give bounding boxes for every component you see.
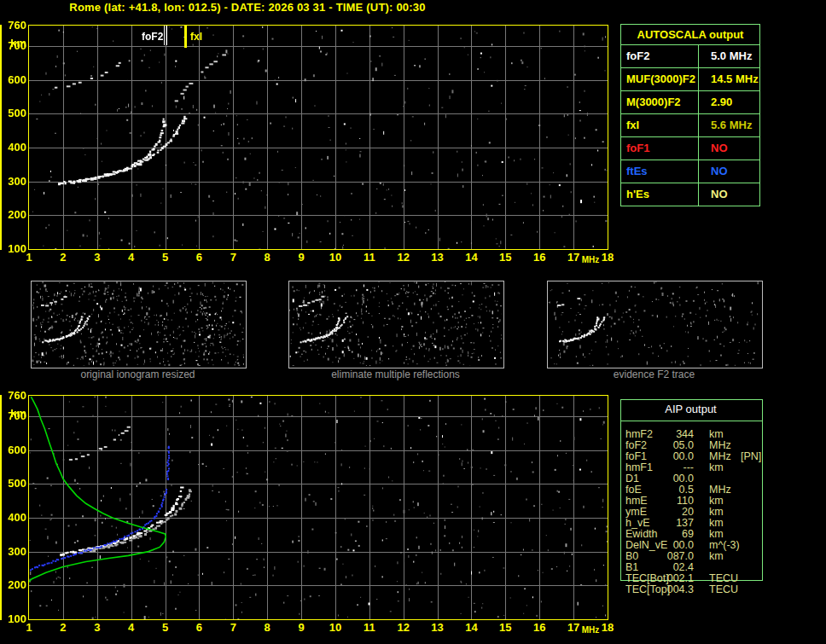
autoscala-row-label: foF1 bbox=[621, 137, 699, 160]
y-tick-label: 500 bbox=[0, 478, 26, 490]
page-title: Rome (lat: +41.8, lon: 012.5) - DATE: 20… bbox=[0, 1, 495, 14]
y-tick-label: 300 bbox=[0, 546, 26, 558]
x-tick-label: 14 bbox=[462, 622, 480, 634]
y-tick-label: 500 bbox=[0, 107, 26, 119]
x-tick-label: 9 bbox=[292, 622, 311, 634]
autoscala-row-value: 5.6 MHz bbox=[699, 114, 759, 136]
x-tick-label: 2 bbox=[54, 252, 73, 264]
x-tick-label: 7 bbox=[224, 622, 242, 634]
x-tick-label: 7 bbox=[224, 252, 242, 264]
autoscala-row-label: foF2 bbox=[621, 45, 699, 67]
x-tick-label: 6 bbox=[189, 622, 208, 634]
autoscala-row-label: ftEs bbox=[621, 160, 699, 183]
x-tick-label: 1 bbox=[20, 622, 38, 634]
x-tick-label: 3 bbox=[88, 622, 107, 634]
thumbnail-original-ionogram bbox=[31, 281, 247, 368]
x-tick-label: 10 bbox=[326, 622, 345, 634]
autoscala-row-MUF(3000)F2: MUF(3000)F214.5 MHz bbox=[621, 68, 759, 91]
y-tick-label: 400 bbox=[0, 512, 26, 524]
aip-extra: [PN] bbox=[741, 451, 761, 462]
x-tick-label: 9 bbox=[292, 252, 311, 264]
y-tick-label: 200 bbox=[0, 209, 26, 221]
y-tick-label: 760 bbox=[0, 20, 26, 32]
aip-output-table: AIP output hmF2344kmfoF205.0MHzfoF100.0M… bbox=[620, 399, 817, 597]
autoscala-row-foF2: foF25.0 MHz bbox=[621, 45, 759, 68]
autoscala-table-rows: foF25.0 MHzMUF(3000)F214.5 MHzM(3000)F22… bbox=[621, 45, 759, 206]
autoscala-row-value: NO bbox=[699, 160, 759, 183]
y-tick-label: 700 bbox=[0, 410, 26, 422]
aip-row-hmF1: hmF1---km bbox=[620, 462, 817, 473]
thumbnail-eliminate-reflections bbox=[288, 281, 504, 368]
aip-row-B0: B0087.0km bbox=[620, 551, 817, 562]
aip-value: 004.3 bbox=[646, 584, 694, 595]
x-tick-label: 14 bbox=[462, 252, 480, 264]
x-tick-label: 13 bbox=[428, 252, 447, 264]
thumbnail-original-canvas bbox=[32, 281, 244, 366]
autoscala-row-fxI: fxI5.6 MHz bbox=[621, 114, 759, 137]
y-tick-label: 600 bbox=[0, 444, 26, 456]
thumbnail-eliminate-canvas bbox=[289, 281, 502, 366]
foF2-marker-label: foF2 bbox=[142, 32, 163, 43]
x-tick-label: 6 bbox=[189, 252, 208, 264]
x-tick-label: 8 bbox=[258, 252, 276, 264]
x-tick-label: 11 bbox=[360, 252, 379, 264]
autoscala-row-value: 14.5 MHz bbox=[699, 68, 759, 90]
x-tick-label: 12 bbox=[394, 622, 413, 634]
x-tick-label: 1 bbox=[20, 252, 38, 264]
x-tick-label: 18 bbox=[598, 252, 617, 264]
thumbnail-evidence-f2 bbox=[547, 281, 763, 368]
thumbnail-caption-original: original ionogram resized bbox=[31, 368, 245, 380]
y-tick-label: 300 bbox=[0, 176, 26, 188]
autoscala-row-value: NO bbox=[699, 137, 759, 160]
x-tick-label: 16 bbox=[530, 252, 549, 264]
x-tick-label: 8 bbox=[258, 622, 276, 634]
x-tick-label: 15 bbox=[496, 252, 515, 264]
autoscala-row-value: NO bbox=[699, 183, 759, 206]
y-tick-label: 600 bbox=[0, 74, 26, 86]
top-ionogram-canvas bbox=[29, 26, 608, 249]
y-tick-label: 200 bbox=[0, 579, 26, 591]
x-tick-label: 18 bbox=[598, 622, 617, 634]
x-axis-unit: MHz bbox=[580, 255, 601, 265]
x-tick-label: 11 bbox=[360, 622, 379, 634]
autoscala-row-label: MUF(3000)F2 bbox=[621, 68, 699, 90]
x-tick-label: 12 bbox=[394, 252, 413, 264]
aip-unit: km bbox=[709, 462, 724, 473]
x-tick-label: 13 bbox=[428, 622, 447, 634]
x-tick-label: 10 bbox=[326, 252, 345, 264]
thumbnail-caption-eliminate: eliminate multiple reflections bbox=[288, 368, 503, 380]
autoscala-row-label: h'Es bbox=[621, 183, 699, 206]
autoscala-table-title: AUTOSCALA output bbox=[621, 25, 759, 45]
aip-unit: TECU bbox=[709, 584, 738, 595]
autoscala-row-foF1: foF1NO bbox=[621, 137, 759, 160]
bottom-ionogram-canvas bbox=[29, 396, 608, 619]
x-tick-label: 4 bbox=[122, 252, 141, 264]
top-ionogram-plot bbox=[28, 25, 608, 250]
x-axis-unit: MHz bbox=[580, 625, 601, 635]
aip-row-TEC[Top]: TEC[Top]004.3TECU bbox=[620, 584, 817, 595]
autoscala-row-M(3000)F2: M(3000)F22.90 bbox=[621, 91, 759, 114]
x-tick-label: 5 bbox=[156, 622, 175, 634]
autoscala-output-table: AUTOSCALA output foF25.0 MHzMUF(3000)F21… bbox=[620, 24, 760, 206]
aip-table-divider bbox=[620, 421, 762, 421]
x-tick-label: 15 bbox=[496, 622, 515, 634]
y-tick-label: 760 bbox=[0, 390, 26, 402]
thumbnail-evidence-canvas bbox=[548, 281, 760, 366]
aip-unit: km bbox=[709, 551, 724, 562]
x-tick-label: 4 bbox=[122, 622, 141, 634]
autoscala-row-label: fxI bbox=[621, 114, 699, 136]
y-tick-label: 400 bbox=[0, 142, 26, 154]
autoscala-row-value: 2.90 bbox=[699, 91, 759, 113]
autoscala-row-label: M(3000)F2 bbox=[621, 91, 699, 113]
x-tick-label: 2 bbox=[54, 622, 73, 634]
autoscala-row-ftEs: ftEsNO bbox=[621, 160, 759, 183]
x-tick-label: 3 bbox=[88, 252, 107, 264]
thumbnail-caption-evidence: evidence F2 trace bbox=[547, 368, 761, 380]
aip-table-title: AIP output bbox=[620, 403, 761, 415]
bottom-ionogram-plot bbox=[28, 395, 608, 620]
x-tick-label: 5 bbox=[156, 252, 175, 264]
x-tick-label: 16 bbox=[530, 622, 549, 634]
autoscala-row-value: 5.0 MHz bbox=[699, 45, 759, 67]
autoscala-row-h'Es: h'EsNO bbox=[621, 183, 759, 206]
fxI-marker-label: fxI bbox=[190, 32, 202, 43]
